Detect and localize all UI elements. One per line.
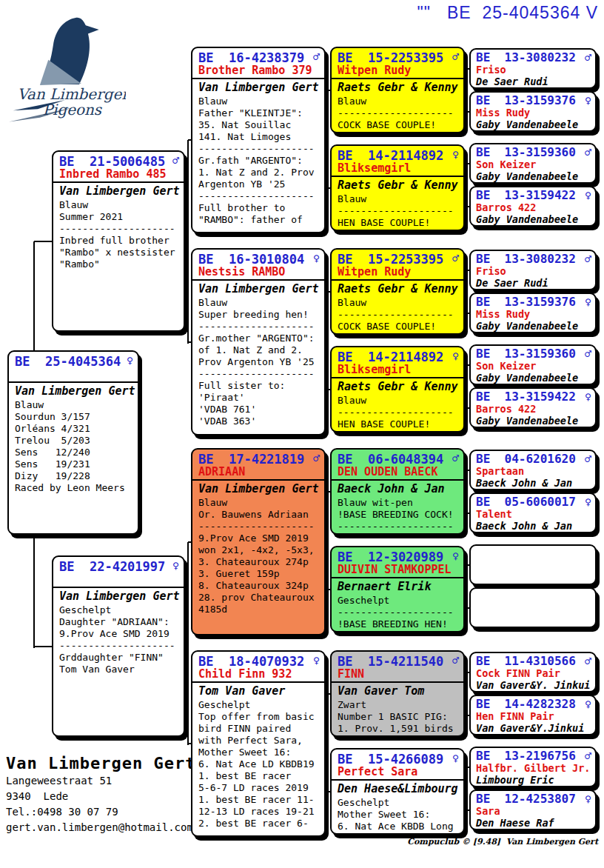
- body-line: Geschelpt: [59, 604, 179, 616]
- connector-line: [187, 140, 189, 344]
- owner-name: Van Limbergen Gert: [198, 81, 320, 95]
- connector-line: [466, 270, 467, 315]
- male-sex-icon: ♂: [313, 453, 320, 464]
- connector-line: [326, 492, 328, 591]
- bird-name: Miss Rudy: [476, 107, 591, 118]
- box-header: BE 25-4045364♀: [15, 355, 133, 368]
- box-header: BE 13-3159360♂: [476, 348, 591, 360]
- box-header: BE 11-4310566♂: [476, 655, 591, 667]
- body-line: 1. Prov. 1,591 birds: [338, 723, 459, 735]
- bird-name: DEN OUDEN BAECK: [332, 466, 463, 481]
- bird-name: FINN: [332, 668, 463, 683]
- body-line: Blauw: [338, 193, 459, 205]
- pedigree-box: BE 13-3159376♀Miss RudyGaby Vandenabeele: [469, 293, 597, 333]
- body-line: Blauw: [198, 96, 320, 107]
- pedigree-box: BE 14-2114892♀BliksemgirlRaets Gebr & Ke…: [330, 144, 465, 231]
- owner-name: Baeck John & Jan: [338, 482, 459, 496]
- female-sex-icon: ♀: [585, 190, 591, 201]
- body-line: --------------------: [338, 521, 459, 533]
- body-line: Geschelpt: [338, 797, 459, 809]
- bird-name: Child Finn 932: [192, 668, 324, 683]
- pedigree-box: BE 22-4201997♀Van Limbergen GertGeschelp…: [52, 555, 185, 737]
- ring-number: BE 14-2114892: [338, 350, 443, 364]
- body-line: Gr.fath "ARGENTO":: [198, 155, 320, 167]
- box-header: BE 14-4282328♀: [476, 698, 591, 710]
- owner-name: Raets Gebr & Kenny: [338, 178, 459, 193]
- female-sex-icon: ♀: [127, 355, 133, 367]
- body-line: COCK BASE COUPLE!: [338, 119, 459, 131]
- ring-number: BE 06-6048394: [338, 453, 443, 466]
- pedigree-box: BE 14-4282328♀Hen FINN PairVan Gaver&Y.J…: [469, 695, 597, 735]
- pedigree-box: BE 05-6060017♀TalentBaeck John & Jan: [469, 493, 597, 533]
- box-header: BE 14-2114892♀: [338, 149, 459, 162]
- box-header: BE 12-3020989♀: [338, 550, 459, 564]
- ring-number: BE 12-4253807: [476, 793, 576, 805]
- pigeon-beak-shape: [84, 24, 99, 35]
- bird-name: Perfect Sara: [332, 766, 463, 781]
- box-body: GeschelptDaughter "ADRIAAN":9.Prov Ace S…: [59, 604, 179, 675]
- pedigree-box: BE 14-2114892♀BliksemgirlRaets Gebr & Ke…: [330, 346, 465, 433]
- pedigree-box: BE 06-6048394♂DEN OUDEN BAECKBaeck John …: [330, 448, 465, 535]
- box-body: BlauwSuper breeding hen!----------------…: [198, 296, 320, 427]
- box-header: BE 22-4201997♀: [59, 560, 179, 573]
- male-sex-icon: ♂: [452, 253, 459, 264]
- ring-number: BE 14-2114892: [338, 149, 443, 162]
- ring-number: BE 13-3159422: [476, 190, 576, 201]
- ring-number: BE 22-4201997: [59, 560, 165, 573]
- bird-name: Friso: [476, 64, 591, 76]
- ring-number: BE 16-3010804: [198, 253, 304, 266]
- body-line: with Perfect Sara,: [198, 735, 320, 747]
- box-body: BlauwOr. Bauwens Adriaan----------------…: [198, 496, 320, 615]
- body-line: Blauw: [338, 297, 459, 309]
- body-line: Geschelpt: [338, 595, 459, 607]
- ring-number: BE 21-5006485: [59, 155, 165, 168]
- body-line: Top offer from basic: [198, 711, 320, 723]
- body-line: 'VDAB 363': [198, 415, 320, 427]
- pedigree-box: BE 13-3080232♂FrisoDe Saer Rudi: [469, 48, 597, 89]
- body-line: 35. Nat Souillac: [198, 119, 320, 131]
- program-credit: Compuclub © [9.48] Van Limbergen Gert: [407, 837, 598, 847]
- body-line: Grddaughter "FINN": [59, 652, 179, 664]
- body-line: Prov Argenton YB '25: [198, 356, 320, 368]
- connector-line: [326, 694, 328, 793]
- owner-name: Van Limbergen Gert: [198, 482, 320, 496]
- body-line: Super breeding hen!: [198, 309, 320, 321]
- body-line: won 2x1, -4x2, -5x3,: [198, 544, 320, 556]
- owner-phone: Tel.:0498 30 07 79: [6, 804, 195, 820]
- pedigree-box: BE 15-2253395♂Witpen RudyRaets Gebr & Ke…: [330, 47, 465, 133]
- pedigree-box: BE 13-3159422♀Barros 422Gaby Vandenabeel…: [469, 186, 597, 227]
- ring-number: BE 13-2196756: [476, 750, 576, 762]
- pedigree-box: BE 21-5006485♂Inbred Rambo 485Van Limber…: [52, 150, 185, 332]
- body-line: Sourdun 3/157: [15, 411, 133, 423]
- pedigree-box: BE 12-3020989♀DUIVIN STAMKOPPELBernaert …: [330, 546, 465, 632]
- body-line: "RAMBO": father of: [198, 214, 320, 226]
- pedigree-box: BE 16-3010804♀Nestsis RAMBOVan Limbergen…: [191, 248, 326, 435]
- pigeon-logo: Van Limbergen Pigeons: [6, 15, 126, 127]
- body-line: Tom Van Gaver: [59, 664, 179, 675]
- bird-name: Witpen Rudy: [332, 266, 463, 281]
- body-line: 12-13 LD races 19-21: [198, 806, 320, 818]
- body-line: 9.Prov Ace SMD 2019: [198, 533, 320, 544]
- connector-line: [466, 672, 467, 717]
- box-body: BlauwFather "KLEINTJE":35. Nat Souillac1…: [198, 95, 320, 226]
- pedigree-box: [469, 587, 597, 628]
- owner-name: Van Limbergen Gert: [59, 590, 179, 604]
- owner-name: Gaby Vandenabeele: [476, 415, 591, 427]
- bird-name: Miss Rudy: [476, 308, 591, 320]
- body-line: Daughter "ADRIAAN":: [59, 616, 179, 628]
- bird-name: Spartaan: [476, 465, 591, 477]
- body-line: !BASE BREEDING HEN!: [338, 618, 459, 630]
- body-line: 6. Nat Ace LD KBDB19: [198, 758, 320, 770]
- pedigree-box: BE 13-3159360♂Son KeizerGaby Vandenabeel…: [469, 143, 597, 184]
- owner-name: Gaby Vandenabeele: [476, 213, 591, 225]
- female-sex-icon: ♀: [585, 698, 591, 710]
- pedigree-box: BE 25-4045364♀Van Limbergen GertBlauwSou…: [7, 350, 139, 535]
- box-body: Blauw wit-pen!BASE BREEDING COCK!-------…: [338, 496, 459, 533]
- female-sex-icon: ♀: [452, 550, 459, 562]
- female-sex-icon: ♀: [452, 752, 459, 764]
- body-line: HEN BASE COUPLE!: [338, 217, 459, 229]
- box-body: GeschelptTop offer from basicbird FINN p…: [198, 698, 320, 829]
- pedigree-box: BE 04-6201620♂SpartaanBaeck John & Jan: [469, 450, 597, 490]
- bird-name: Son Keizer: [476, 158, 591, 170]
- owner-name: Raets Gebr & Kenny: [338, 81, 459, 95]
